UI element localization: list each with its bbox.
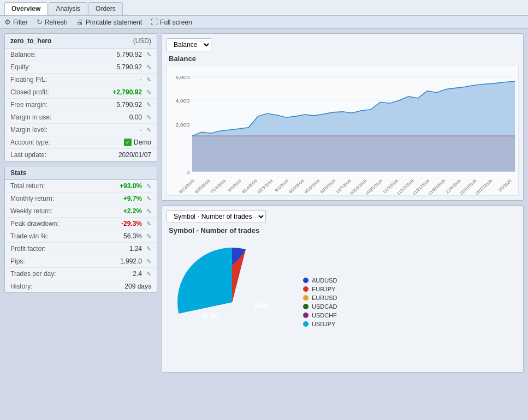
monthly-return-edit-icon[interactable]: ✎ (146, 195, 151, 202)
refresh-label: Refresh (45, 19, 68, 26)
eurjpy-dot (303, 286, 309, 292)
usdcad-label: USDCAD (312, 303, 337, 310)
history-row: History: 209 days (5, 280, 157, 292)
trades-per-day-row: Trades per day: 2.4 ✎ (5, 268, 157, 280)
total-return-edit-icon[interactable]: ✎ (146, 183, 151, 190)
closed-profit-edit-icon[interactable]: ✎ (146, 89, 151, 96)
account-type-text: Demo (134, 139, 151, 146)
closed-profit-row: Closed profit: +2,790.92 ✎ (5, 86, 157, 99)
right-panel: Balance Balance 6,000 4,000 2,0 (162, 33, 524, 373)
balance-edit-icon[interactable]: ✎ (146, 51, 151, 58)
account-type-value: ✓ Demo (124, 139, 151, 146)
margin-level-label: Margin level: (10, 126, 48, 134)
pips-label: Pips: (10, 257, 25, 265)
fullscreen-label: Full screen (160, 19, 192, 26)
free-margin-value: 5,790.92 (116, 101, 142, 109)
pie-chart-dropdown-container: Symbol - Number of trades (167, 210, 519, 223)
legend-eurusd: EURUSD (303, 295, 337, 301)
print-icon: 🖨 (76, 18, 84, 26)
usdjpy-label: 52.9% (201, 313, 218, 320)
history-value: 209 days (124, 283, 151, 290)
trades-per-day-edit-icon[interactable]: ✎ (146, 271, 151, 278)
refresh-button[interactable]: ↻ Refresh (37, 18, 68, 26)
closed-profit-value: +2,790.92 (112, 88, 142, 96)
account-header: zero_to_hero (USD) (5, 34, 157, 49)
floating-label: Floating P/L: (10, 76, 47, 83)
balance-row: Balance: 5,790.92 ✎ (5, 49, 157, 61)
svg-text:0: 0 (187, 169, 190, 175)
history-label: History: (10, 283, 33, 290)
pie-chart-title: Symbol - Number of trades (169, 226, 519, 235)
legend-eurjpy: EURJPY (303, 286, 337, 292)
profit-factor-value: 1.24 (129, 245, 142, 253)
total-return-label: Total return: (10, 182, 45, 190)
tab-analysis[interactable]: Analysis (49, 2, 87, 15)
filter-button[interactable]: ⚙ Filter (4, 18, 28, 26)
profit-factor-edit-icon[interactable]: ✎ (146, 245, 151, 253)
equity-label: Equity: (10, 63, 31, 71)
printable-button[interactable]: 🖨 Printable statement (76, 18, 142, 26)
peak-drawdown-edit-icon[interactable]: ✎ (146, 220, 151, 227)
pie-legend: AUDUSD EURJPY EURUSD USDCAD (303, 277, 337, 327)
margin-level-value: - (140, 126, 142, 134)
filter-label: Filter (13, 19, 28, 26)
svg-text:2,000: 2,000 (175, 122, 189, 127)
margin-level-row: Margin level: - ✎ (5, 124, 157, 136)
pips-edit-icon[interactable]: ✎ (146, 258, 151, 265)
monthly-return-value: +9.7% (123, 195, 142, 202)
monthly-return-row: Monthly return: +9.7% ✎ (5, 193, 157, 205)
account-type-label: Account type: (10, 139, 50, 146)
account-currency: (USD) (133, 37, 151, 45)
equity-edit-icon[interactable]: ✎ (146, 64, 151, 71)
margin-in-use-row: Margin in use: 0.00 ✎ (5, 111, 157, 124)
check-icon: ✓ (124, 139, 132, 146)
pie-chart-card: Symbol - Number of trades Symbol - Numbe… (162, 205, 524, 373)
peak-drawdown-value: -29.3% (121, 220, 142, 227)
legend-usdchf: USDCHF (303, 312, 337, 319)
weekly-return-label: Weekly return: (10, 207, 52, 215)
profit-factor-row: Profit factor: 1.24 ✎ (5, 243, 157, 255)
legend-usdcad: USDCAD (303, 303, 337, 310)
stats-title: Stats (10, 169, 26, 177)
top-navigation: Overview Analysis Orders (0, 0, 528, 16)
peak-drawdown-row: Peak drawdown: -29.3% ✎ (5, 218, 157, 230)
margin-level-edit-icon[interactable]: ✎ (146, 127, 151, 134)
weekly-return-edit-icon[interactable]: ✎ (146, 208, 151, 215)
balance-label: Balance: (10, 51, 36, 58)
balance-chart-select[interactable]: Balance (167, 38, 211, 51)
audusd-label: AUDUSD (312, 277, 337, 284)
profit-factor-label: Profit factor: (10, 245, 46, 253)
margin-in-use-edit-icon[interactable]: ✎ (146, 114, 151, 121)
eurusd-label: EURUSD (312, 295, 337, 301)
eurjpy-label: 36.5% (253, 302, 270, 309)
balance-value: 5,790.92 (116, 51, 142, 58)
fullscreen-button[interactable]: ⛶ Full screen (151, 18, 192, 26)
stats-header: Stats (5, 166, 157, 180)
account-type-row: Account type: ✓ Demo (5, 136, 157, 149)
tab-overview[interactable]: Overview (4, 2, 48, 15)
balance-chart-dropdown-container: Balance (167, 38, 519, 51)
free-margin-edit-icon[interactable]: ✎ (146, 101, 151, 109)
legend-usdjpy: USDJPY (303, 321, 337, 327)
last-update-value: 2020/01/07 (118, 151, 151, 159)
usdjpy-dot (303, 321, 309, 327)
balance-chart-card: Balance Balance 6,000 4,000 2,0 (162, 33, 524, 201)
printable-label: Printable statement (86, 19, 142, 26)
account-username: zero_to_hero (10, 37, 51, 45)
trade-win-row: Trade win %: 56.3% ✎ (5, 230, 157, 243)
eurjpy-label: EURJPY (312, 286, 335, 292)
equity-value: 5,790.92 (116, 63, 142, 71)
last-update-row: Last update: 2020/01/07 (5, 149, 157, 161)
total-return-value: +93.0% (120, 182, 142, 190)
pie-chart-select[interactable]: Symbol - Number of trades (167, 210, 266, 223)
tab-orders[interactable]: Orders (88, 2, 123, 15)
usdjpy-label: USDJPY (312, 321, 335, 327)
eurusd-dot (303, 295, 309, 301)
free-margin-label: Free margin: (10, 101, 48, 109)
total-return-row: Total return: +93.0% ✎ (5, 180, 157, 193)
toolbar: ⚙ Filter ↻ Refresh 🖨 Printable statement… (0, 16, 528, 29)
margin-in-use-label: Margin in use: (10, 113, 51, 121)
trade-win-edit-icon[interactable]: ✎ (146, 233, 151, 240)
floating-edit-icon[interactable]: ✎ (146, 76, 151, 83)
floating-row: Floating P/L: - ✎ (5, 74, 157, 86)
